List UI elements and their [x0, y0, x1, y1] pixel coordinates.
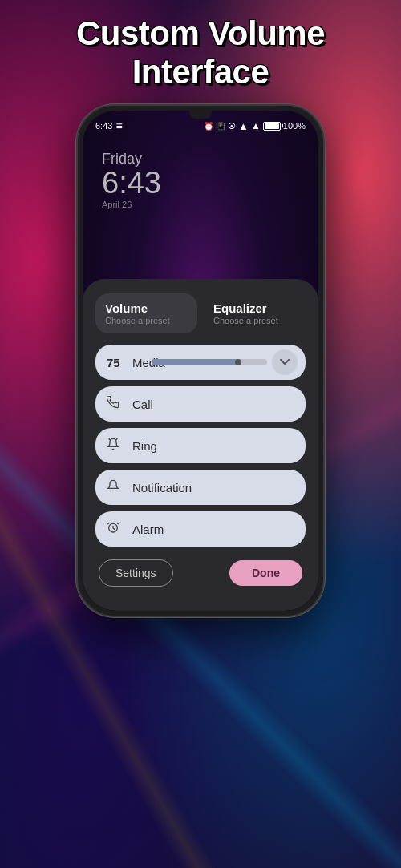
- list-item-alarm[interactable]: Alarm: [95, 511, 306, 547]
- media-value: 75: [107, 356, 126, 369]
- bluetooth-icon: ⦿: [228, 122, 236, 131]
- lock-screen-time: Friday 6:43 April 26: [102, 151, 161, 209]
- settings-button[interactable]: Settings: [99, 559, 173, 587]
- notification-icon: [107, 479, 126, 495]
- tab-volume[interactable]: Volume Choose a preset: [95, 293, 197, 333]
- tab-equalizer-label: Equalizer: [213, 301, 296, 315]
- tab-volume-sublabel: Choose a preset: [105, 316, 188, 325]
- media-dropdown-button[interactable]: [272, 349, 298, 375]
- battery-percent: 100%: [283, 121, 306, 131]
- tab-equalizer[interactable]: Equalizer Choose a preset: [204, 293, 306, 333]
- done-button[interactable]: Done: [229, 560, 302, 586]
- svg-line-0: [109, 438, 111, 441]
- ring-icon: [107, 438, 126, 454]
- list-item-call[interactable]: Call: [95, 386, 306, 422]
- lock-day: Friday: [102, 151, 161, 168]
- phone-screen: 6:43 ≡ ⏰ 📳 ⦿ ▲ ▲ 100% Friday 6:43 April …: [83, 111, 318, 611]
- media-slider-thumb: [235, 359, 241, 365]
- alarm-icon: [107, 521, 126, 537]
- notification-label: Notification: [132, 481, 192, 495]
- page-title: Custom Volume Interface: [0, 14, 401, 92]
- list-item-media[interactable]: 75 Media: [95, 345, 306, 380]
- media-slider-fill: [152, 359, 238, 365]
- alarm-status-icon: ⏰: [204, 122, 213, 131]
- lock-date: April 26: [102, 200, 161, 209]
- bottom-buttons: Settings Done: [95, 559, 306, 587]
- status-right: ⏰ 📳 ⦿ ▲ ▲ 100%: [204, 120, 306, 132]
- media-slider-track[interactable]: [152, 359, 267, 365]
- alarm-label: Alarm: [132, 523, 164, 536]
- signal-icon: ▲: [251, 120, 261, 131]
- status-time: 6:43: [95, 121, 112, 131]
- call-label: Call: [132, 398, 153, 411]
- status-left: 6:43 ≡: [95, 119, 123, 132]
- battery-fill: [265, 123, 279, 129]
- chevron-down-icon: [280, 359, 290, 365]
- ring-label: Ring: [132, 439, 157, 453]
- tab-volume-label: Volume: [105, 301, 188, 315]
- tab-equalizer-sublabel: Choose a preset: [213, 316, 296, 325]
- phone-frame: 6:43 ≡ ⏰ 📳 ⦿ ▲ ▲ 100% Friday 6:43 April …: [76, 104, 325, 617]
- list-item-ring[interactable]: Ring: [95, 428, 306, 463]
- menu-icon: ≡: [115, 119, 122, 132]
- notch: [189, 111, 212, 119]
- bottom-panel: Volume Choose a preset Equalizer Choose …: [83, 279, 318, 611]
- vibrate-status-icon: 📳: [216, 122, 225, 131]
- lock-hour: 6:43: [102, 168, 161, 198]
- tabs-row: Volume Choose a preset Equalizer Choose …: [95, 293, 306, 333]
- call-icon: [107, 396, 126, 412]
- battery-icon: [263, 122, 281, 131]
- volume-items-list: 75 Media: [95, 345, 306, 547]
- list-item-notification[interactable]: Notification: [95, 470, 306, 505]
- svg-line-1: [115, 438, 118, 441]
- wifi-icon: ▲: [238, 120, 249, 132]
